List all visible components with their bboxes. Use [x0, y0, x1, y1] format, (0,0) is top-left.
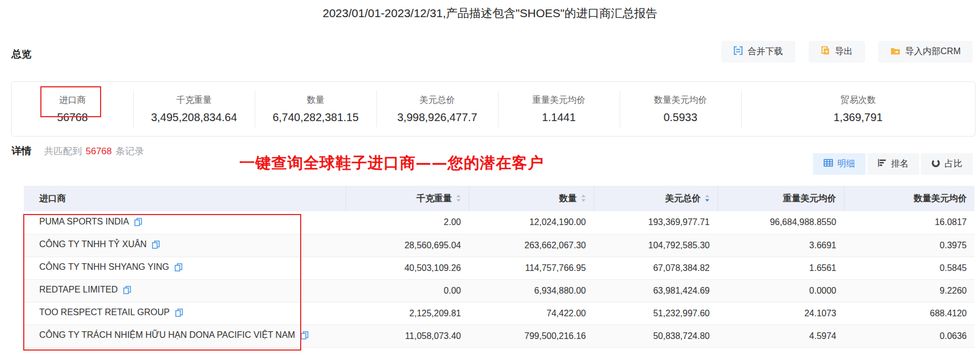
- stat-importers: 进口商 56768: [12, 95, 133, 124]
- column-header-kg-weight[interactable]: 千克重量: [345, 186, 469, 211]
- tab-ranking-label: 排名: [891, 158, 909, 170]
- cell-usd-total: 63,981,424.69: [594, 279, 717, 302]
- cell-kg-weight: 2,125,209.81: [345, 302, 469, 325]
- merge-download-button[interactable]: 合并下载: [721, 41, 795, 62]
- import-folder-icon: [890, 46, 900, 58]
- stat-value: 1,369,791: [741, 111, 975, 124]
- page-title: 2023/01/01-2023/12/31,产品描述包含"SHOES"的进口商汇…: [0, 6, 980, 21]
- stat-kg-weight: 千克重量 3,495,208,834.64: [133, 95, 255, 124]
- cell-usd-per-weight: 96,684,988.8550: [717, 211, 844, 234]
- stat-label: 千克重量: [133, 95, 255, 106]
- cell-quantity: 114,757,766.95: [469, 257, 594, 279]
- table-row: TOO RESPECT RETAIL GROUP 2,125,209.81 74…: [24, 302, 974, 325]
- stat-value: 1.1441: [498, 111, 620, 124]
- importer-name[interactable]: CÔNG TY TRÁCH NHIỆM HỮU HẠN DONA PACIFIC…: [39, 330, 295, 340]
- importer-name[interactable]: REDTAPE LIMITED: [39, 285, 118, 294]
- match-suffix: 条记录: [116, 146, 144, 156]
- stat-label: 数量: [255, 95, 376, 106]
- stat-label: 数量美元均价: [620, 95, 741, 106]
- table-row: CÔNG TY TNHH TỶ XUÂN 28,560,695.04 263,6…: [24, 234, 974, 257]
- cell-usd-per-weight: 0.0000: [717, 279, 844, 302]
- stat-quantity: 数量 6,740,282,381.15: [255, 95, 376, 124]
- export-label: 导出: [835, 46, 853, 58]
- stat-value: 6,740,282,381.15: [255, 111, 376, 124]
- cell-quantity: 263,662,067.30: [469, 234, 594, 257]
- copy-icon[interactable]: [123, 286, 131, 296]
- tab-detail-label: 明细: [837, 158, 855, 170]
- stat-value: 0.5933: [620, 111, 741, 124]
- stat-usd-per-qty: 数量美元均价 0.5933: [620, 95, 741, 124]
- cell-usd-total: 50,838,724.80: [594, 325, 717, 347]
- donut-chart-icon: [931, 159, 940, 170]
- cell-kg-weight: 2.00: [345, 211, 469, 234]
- red-annotation-text: 一键查询全球鞋子进口商——您的潜在客户: [239, 153, 544, 174]
- import-crm-label: 导入内部CRM: [905, 46, 961, 58]
- importers-table: 进口商 千克重量 数量 美元总价 重量美元均价 数量美元均价 PUMA SPOR…: [24, 186, 974, 348]
- importer-name[interactable]: PUMA SPORTS INDIA: [39, 217, 129, 226]
- tab-ranking[interactable]: 排名: [867, 153, 919, 175]
- sort-icon[interactable]: [456, 194, 461, 205]
- copy-icon[interactable]: [134, 218, 142, 228]
- cell-quantity: 12,024,190.00: [469, 211, 594, 234]
- copy-icon[interactable]: [152, 241, 160, 251]
- export-icon: [821, 46, 830, 58]
- table-header-row: 进口商 千克重量 数量 美元总价 重量美元均价 数量美元均价: [24, 186, 974, 211]
- importer-name[interactable]: CÔNG TY TNHH SHYANG YING: [39, 262, 169, 272]
- view-switcher: 明细 排名 占比: [813, 153, 973, 175]
- cell-usd-total: 104,792,585.30: [594, 234, 717, 257]
- cell-usd-per-weight: 3.6691: [717, 234, 844, 257]
- cell-usd-per-qty: 0.0636: [844, 325, 974, 347]
- table-row: CÔNG TY TNHH SHYANG YING 40,503,109.26 1…: [24, 257, 974, 279]
- copy-icon[interactable]: [301, 331, 308, 342]
- cell-quantity: 74,422.00: [469, 302, 594, 325]
- cell-usd-per-qty: 0.5845: [844, 257, 974, 279]
- tab-share[interactable]: 占比: [921, 153, 973, 175]
- sort-icon[interactable]: [581, 194, 586, 205]
- table-grid-icon: [824, 159, 833, 169]
- stat-value: 3,998,926,477.7: [376, 111, 498, 124]
- table-row: PUMA SPORTS INDIA 2.00 12,024,190.00 193…: [24, 211, 974, 234]
- merge-download-label: 合并下载: [748, 46, 783, 58]
- cell-usd-per-weight: 4.5974: [717, 325, 844, 347]
- importer-name[interactable]: CÔNG TY TNHH TỶ XUÂN: [39, 239, 146, 249]
- merge-download-icon: [733, 46, 743, 58]
- ranking-bars-icon: [878, 159, 887, 169]
- toolbar: 合并下载 导出 导入内部CRM: [721, 41, 973, 62]
- column-header-usd-total[interactable]: 美元总价: [594, 186, 717, 211]
- overview-stats-card: 进口商 56768 千克重量 3,495,208,834.64 数量 6,740…: [11, 81, 976, 137]
- cell-usd-per-qty: 16.0817: [844, 211, 974, 234]
- import-crm-button[interactable]: 导入内部CRM: [878, 41, 973, 62]
- copy-icon[interactable]: [175, 263, 182, 274]
- cell-usd-total: 193,369,977.71: [594, 211, 717, 234]
- match-info: 共匹配到56768条记录: [44, 145, 144, 158]
- stat-label: 美元总价: [376, 95, 498, 106]
- cell-quantity: 6,934,880.00: [469, 279, 594, 302]
- export-button[interactable]: 导出: [809, 41, 865, 62]
- overview-heading: 总览: [12, 48, 32, 61]
- tab-detail[interactable]: 明细: [813, 153, 866, 175]
- importer-name[interactable]: TOO RESPECT RETAIL GROUP: [39, 307, 170, 317]
- stat-label: 进口商: [12, 95, 133, 106]
- table-row: CÔNG TY TRÁCH NHIỆM HỮU HẠN DONA PACIFIC…: [24, 325, 974, 347]
- cell-kg-weight: 40,503,109.26: [345, 257, 469, 279]
- cell-kg-weight: 0.00: [345, 279, 469, 302]
- column-header-importer: 进口商: [24, 186, 345, 211]
- sort-icon-active-desc[interactable]: [705, 194, 710, 205]
- stat-usd-per-weight: 重量美元均价 1.1441: [498, 95, 620, 124]
- detail-heading: 详情: [12, 144, 32, 158]
- cell-usd-total: 67,078,384.82: [594, 257, 717, 279]
- stat-trade-count: 贸易次数 1,369,791: [741, 95, 975, 124]
- match-count: 56768: [86, 146, 112, 156]
- column-header-quantity[interactable]: 数量: [469, 186, 594, 211]
- match-prefix: 共匹配到: [44, 146, 82, 156]
- copy-icon[interactable]: [175, 309, 183, 319]
- cell-usd-per-weight: 24.1073: [717, 302, 844, 325]
- table-row: REDTAPE LIMITED 0.00 6,934,880.00 63,981…: [24, 279, 974, 302]
- stat-value: 56768: [12, 111, 133, 124]
- cell-usd-total: 51,232,997.60: [594, 302, 717, 325]
- cell-usd-per-qty: 9.2260: [844, 279, 974, 302]
- column-header-usd-per-weight: 重量美元均价: [717, 186, 844, 211]
- stat-usd-total: 美元总价 3,998,926,477.7: [376, 95, 498, 124]
- stat-label: 重量美元均价: [498, 95, 620, 106]
- stat-label: 贸易次数: [741, 95, 975, 106]
